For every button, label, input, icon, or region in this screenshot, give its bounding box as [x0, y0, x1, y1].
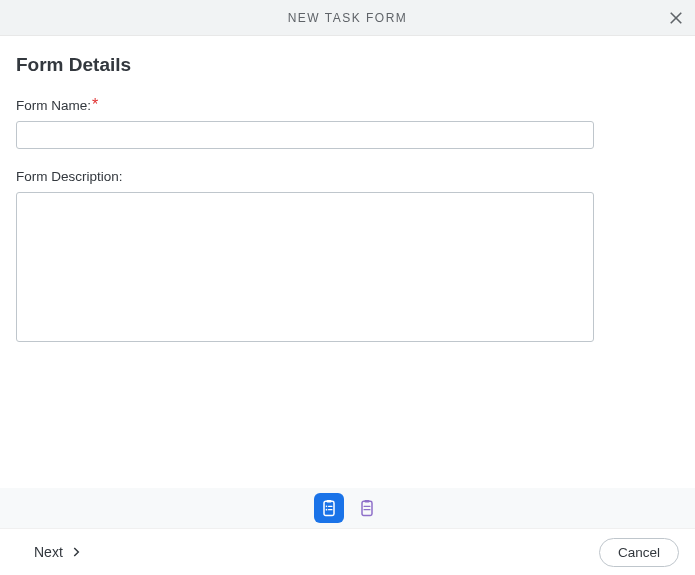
- required-indicator: *: [92, 96, 98, 113]
- clipboard-list-icon: [357, 498, 377, 518]
- form-description-group: Form Description:: [16, 167, 679, 346]
- step-2-form-builder[interactable]: [352, 493, 382, 523]
- form-name-label-wrap: Form Name:*: [16, 96, 98, 113]
- svg-rect-8: [362, 501, 372, 515]
- dialog-title: NEW TASK FORM: [288, 11, 408, 25]
- next-label: Next: [34, 544, 63, 560]
- step-1-form-details[interactable]: [314, 493, 344, 523]
- form-description-label: Form Description:: [16, 169, 123, 184]
- svg-rect-3: [326, 500, 331, 503]
- svg-point-4: [325, 506, 327, 508]
- clipboard-form-icon: [319, 498, 339, 518]
- svg-rect-2: [324, 501, 334, 515]
- dialog-content: Form Details Form Name:* Form Descriptio…: [0, 36, 695, 382]
- form-description-input[interactable]: [16, 192, 594, 342]
- form-name-label: Form Name:: [16, 98, 91, 113]
- cancel-button[interactable]: Cancel: [599, 538, 679, 567]
- form-name-group: Form Name:*: [16, 96, 679, 149]
- dialog-header: NEW TASK FORM: [0, 0, 695, 36]
- form-name-input[interactable]: [16, 121, 594, 149]
- section-title: Form Details: [16, 54, 679, 76]
- dialog-footer: Next Cancel: [0, 528, 695, 575]
- svg-point-6: [325, 509, 327, 511]
- close-button[interactable]: [667, 9, 685, 27]
- svg-rect-9: [364, 500, 369, 503]
- next-button[interactable]: Next: [34, 544, 83, 560]
- chevron-right-icon: [69, 545, 83, 559]
- step-indicator-bar: [0, 488, 695, 528]
- close-icon: [667, 9, 685, 27]
